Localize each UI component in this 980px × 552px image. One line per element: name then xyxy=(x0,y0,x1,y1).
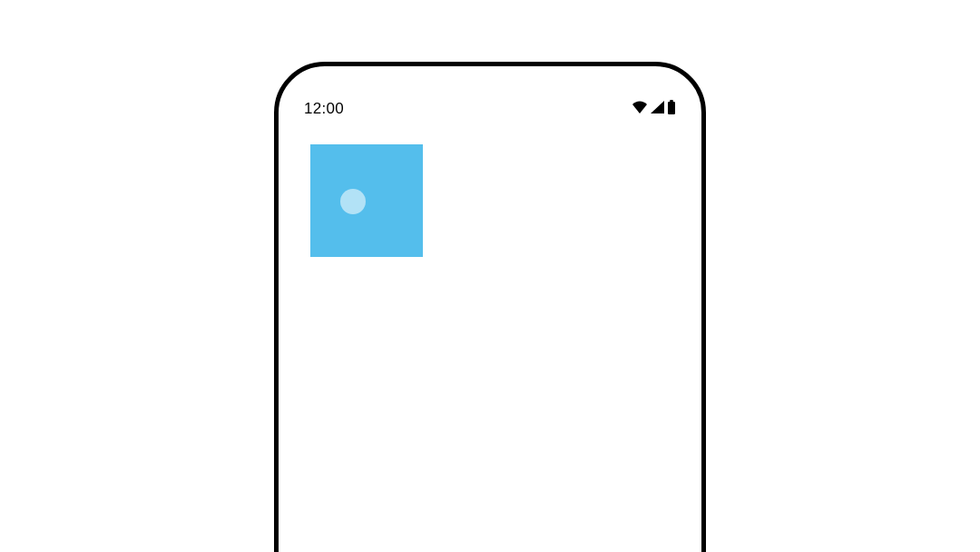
draggable-box[interactable] xyxy=(310,144,423,257)
cellular-signal-icon xyxy=(650,100,665,118)
stage: 12:00 xyxy=(0,0,980,552)
status-bar: 12:00 xyxy=(304,99,676,119)
svg-rect-0 xyxy=(668,102,675,114)
svg-rect-1 xyxy=(670,100,673,103)
battery-icon xyxy=(667,100,676,119)
status-time: 12:00 xyxy=(304,100,344,118)
status-icons xyxy=(632,100,676,119)
touch-ripple-indicator xyxy=(340,189,366,214)
phone-frame: 12:00 xyxy=(274,62,706,552)
wifi-icon xyxy=(632,100,648,118)
